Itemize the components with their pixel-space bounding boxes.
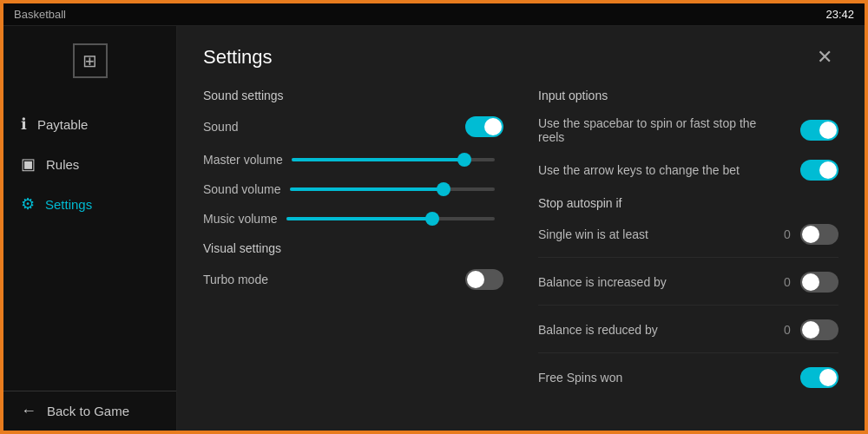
- sidebar-item-settings[interactable]: ⚙ Settings: [3, 184, 176, 224]
- arrow-keys-label: Use the arrow keys to change the bet: [538, 163, 740, 177]
- autospin-label-1: Balance is increased by: [538, 275, 774, 289]
- autospin-row-0: Single win is at least 0: [538, 224, 838, 258]
- sidebar-item-rules[interactable]: ▣ Rules: [3, 144, 176, 184]
- rules-icon: ▣: [21, 155, 36, 174]
- master-volume-slider[interactable]: [292, 158, 495, 161]
- input-options-title: Input options: [538, 89, 838, 102]
- spacebar-label: Use the spacebar to spin or fast stop th…: [538, 116, 764, 144]
- right-column: Input options Use the spacebar to spin o…: [538, 89, 838, 414]
- content-area: Settings ✕ Sound settings Sound: [177, 26, 865, 431]
- sidebar-bottom: ← Back to Game: [3, 391, 176, 431]
- gear-icon: ⚙: [21, 194, 35, 214]
- settings-panel: Settings ✕ Sound settings Sound: [177, 26, 865, 431]
- turbo-mode-row: Turbo mode: [203, 269, 503, 290]
- info-icon: ℹ: [21, 115, 27, 134]
- sidebar-label-settings: Settings: [45, 197, 92, 212]
- stop-autospin-title: Stop autospin if: [538, 196, 838, 210]
- clock: 23:42: [825, 8, 854, 21]
- sound-settings-title: Sound settings: [203, 89, 503, 102]
- spacebar-option-row: Use the spacebar to spin or fast stop th…: [538, 116, 838, 144]
- settings-title: Settings: [203, 46, 273, 69]
- master-volume-row: Master volume: [203, 153, 503, 167]
- settings-header: Settings ✕: [203, 43, 838, 71]
- autospin-toggle-2[interactable]: [800, 319, 838, 340]
- main-area: ⊞ ℹ Paytable ▣ Rules ⚙ Settings ← Back t…: [3, 26, 865, 431]
- game-title: Basketball: [14, 8, 66, 21]
- autospin-toggle-3[interactable]: [800, 367, 838, 388]
- autospin-value-2: 0: [774, 323, 800, 337]
- close-button[interactable]: ✕: [811, 43, 838, 71]
- music-volume-label: Music volume: [203, 212, 278, 226]
- sound-volume-slider[interactable]: [290, 187, 495, 191]
- sound-setting-row: Sound: [203, 116, 503, 137]
- visual-settings-title: Visual settings: [203, 241, 503, 255]
- sidebar-label-rules: Rules: [46, 157, 79, 172]
- back-arrow-icon: ←: [21, 402, 36, 420]
- left-column: Sound settings Sound M: [203, 89, 503, 414]
- autospin-value-0: 0: [774, 227, 800, 241]
- autospin-toggle-0[interactable]: [800, 224, 838, 245]
- turbo-mode-label: Turbo mode: [203, 273, 268, 286]
- sound-volume-row: Sound volume: [203, 182, 503, 196]
- autospin-row-3: Free Spins won: [538, 367, 838, 400]
- sidebar: ⊞ ℹ Paytable ▣ Rules ⚙ Settings ← Back t…: [3, 26, 177, 431]
- sound-volume-label: Sound volume: [203, 182, 281, 196]
- turbo-mode-toggle[interactable]: [465, 269, 503, 290]
- autospin-row-1: Balance is increased by 0: [538, 272, 838, 306]
- logo-icon: ⊞: [73, 43, 108, 78]
- autospin-toggle-1[interactable]: [800, 272, 838, 293]
- top-bar: Basketball 23:42: [3, 3, 865, 26]
- autospin-label-3: Free Spins won: [538, 371, 774, 385]
- arrow-keys-option-row: Use the arrow keys to change the bet: [538, 160, 838, 181]
- arrow-keys-toggle[interactable]: [800, 160, 838, 181]
- sidebar-logo: ⊞: [3, 35, 176, 87]
- autospin-row-2: Balance is reduced by 0: [538, 319, 838, 353]
- master-volume-label: Master volume: [203, 153, 283, 167]
- sidebar-label-paytable: Paytable: [37, 117, 88, 132]
- spacebar-toggle[interactable]: [800, 120, 838, 141]
- autospin-label-2: Balance is reduced by: [538, 323, 774, 337]
- music-volume-slider[interactable]: [286, 217, 495, 220]
- sound-toggle[interactable]: [465, 116, 503, 137]
- autospin-value-1: 0: [774, 275, 800, 289]
- music-volume-row: Music volume: [203, 212, 503, 226]
- back-label: Back to Game: [47, 404, 129, 418]
- autospin-label-0: Single win is at least: [538, 227, 774, 241]
- sidebar-item-paytable[interactable]: ℹ Paytable: [3, 104, 176, 144]
- sound-label: Sound: [203, 120, 238, 134]
- settings-grid: Sound settings Sound M: [203, 89, 838, 414]
- back-to-game-button[interactable]: ← Back to Game: [3, 391, 176, 431]
